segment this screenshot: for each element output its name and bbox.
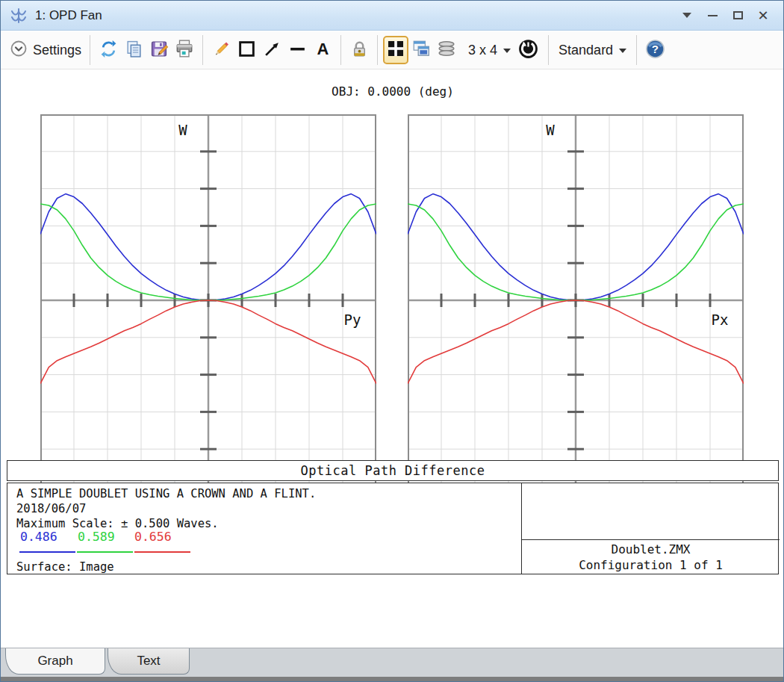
text-icon: A (314, 40, 332, 61)
svg-text:?: ? (652, 43, 659, 55)
cascade-windows-button[interactable] (408, 34, 434, 66)
grid-layout-value: 3 x 4 (468, 43, 497, 58)
date: 2018/06/07 (16, 502, 86, 515)
copy-icon (125, 40, 143, 61)
window-menu-caret-icon[interactable] (674, 6, 700, 25)
display-style-value: Standard (559, 43, 613, 58)
settings-chevron-icon (10, 40, 28, 61)
layers-icon (437, 39, 456, 61)
settings-label: Settings (33, 43, 81, 58)
arrow-icon (263, 40, 281, 61)
info-right-cell: Doublet.ZMX Configuration 1 of 1 (521, 483, 780, 574)
refresh-icon (99, 40, 118, 61)
toolbar-separator (636, 35, 637, 65)
bottom-strip (1, 677, 783, 682)
tab-graph[interactable]: Graph (5, 648, 105, 675)
info-box: A SIMPLE DOUBLET USING A CROWN AND A FLI… (7, 483, 779, 574)
chevron-down-icon (619, 49, 626, 53)
field-header: OBJ: 0.0000 (deg) (1, 84, 784, 99)
help-icon: ? (645, 39, 665, 62)
chart-title-box: Optical Path Difference (7, 460, 779, 481)
maximize-button[interactable] (725, 6, 750, 25)
print-icon (175, 39, 194, 61)
svg-text:Px: Px (712, 311, 729, 328)
pencil-icon (212, 40, 231, 61)
wavelength-value-green: 0.589 (78, 530, 115, 544)
grid-layout-dropdown[interactable]: 3 x 4 (464, 34, 515, 66)
titlebar[interactable]: 1: OPD Fan ✕ (1, 1, 783, 31)
opd-plot-sagittal: WPx (408, 114, 744, 486)
chevron-down-icon (503, 49, 511, 53)
app-lens-icon (8, 5, 29, 26)
toolbar-separator (377, 35, 378, 65)
wavelength-line-red (134, 551, 190, 553)
info-left-cell: A SIMPLE DOUBLET USING A CROWN AND A FLI… (7, 483, 521, 574)
save-button[interactable] (146, 34, 172, 66)
file-name: Doublet.ZMX (612, 542, 691, 557)
wavelength-line-blue (19, 551, 75, 553)
settings-button[interactable]: Settings (8, 34, 84, 66)
help-button[interactable]: ? (642, 34, 668, 66)
toolbar-separator (202, 35, 203, 65)
svg-text:W: W (178, 122, 187, 138)
toolbar-separator (340, 35, 341, 65)
svg-text:Py: Py (344, 311, 361, 328)
draw-text-button[interactable]: A (310, 34, 335, 66)
opd-fan-window: 1: OPD Fan ✕ Settings (0, 0, 784, 682)
configuration-label: Configuration 1 of 1 (579, 557, 723, 573)
toolbar-separator (90, 35, 90, 65)
tile-windows-icon (387, 40, 405, 61)
display-style-dropdown[interactable]: Standard (554, 34, 631, 66)
surface-label: Surface: Image (16, 560, 114, 574)
wavelength-line-green (77, 551, 133, 553)
draw-arrow-button[interactable] (259, 34, 284, 66)
tab-bar: Graph Text (1, 648, 783, 677)
chart-title: Optical Path Difference (301, 463, 485, 478)
wavelength-value-red: 0.656 (134, 530, 172, 544)
draw-rectangle-button[interactable] (234, 34, 259, 66)
window-title: 1: OPD Fan (35, 8, 102, 23)
file-info-cell: Doublet.ZMX Configuration 1 of 1 (522, 539, 780, 574)
max-scale: Maximum Scale: ± 0.500 Waves. (16, 517, 219, 530)
copy-button[interactable] (121, 34, 146, 66)
draw-pencil-button[interactable] (208, 34, 234, 66)
layers-button[interactable] (434, 34, 459, 66)
tile-windows-button[interactable] (383, 36, 408, 64)
rectangle-icon (237, 40, 256, 61)
wavelength-value-blue: 0.486 (20, 530, 57, 544)
toolbar-separator (548, 35, 549, 65)
minimize-button[interactable] (700, 6, 725, 25)
lock-icon (350, 40, 369, 61)
svg-text:W: W (546, 122, 555, 138)
svg-text:A: A (317, 40, 329, 58)
draw-line-button[interactable] (284, 34, 310, 66)
close-button[interactable]: ✕ (750, 6, 776, 25)
lock-button[interactable] (346, 34, 372, 66)
lens-title: A SIMPLE DOUBLET USING A CROWN AND A FLI… (16, 487, 316, 500)
print-button[interactable] (172, 34, 197, 66)
auto-update-icon (518, 39, 538, 62)
cascade-windows-icon (411, 39, 431, 61)
save-icon (150, 40, 169, 61)
line-icon (288, 40, 307, 61)
tab-text[interactable]: Text (108, 648, 190, 675)
auto-update-button[interactable] (515, 34, 541, 66)
opd-plot-tangential: WPy (40, 114, 376, 486)
toolbar: Settings (1, 31, 783, 69)
refresh-button[interactable] (96, 34, 121, 66)
